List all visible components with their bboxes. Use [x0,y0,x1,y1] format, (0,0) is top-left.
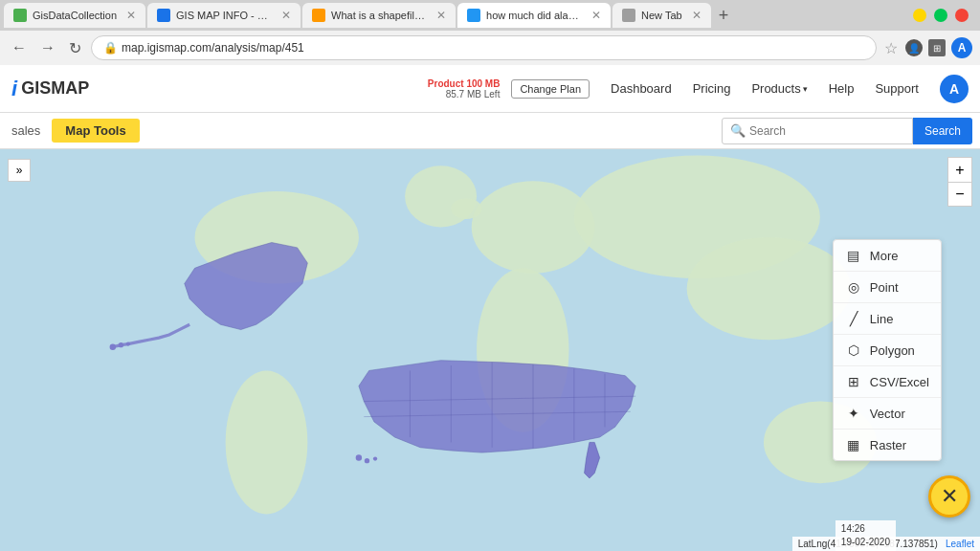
nav-products[interactable]: Products ▾ [742,76,816,101]
datetime-display: 14:26 19-02-2020 [835,520,896,551]
leaflet-attribution: Leaflet [946,539,974,549]
tab-label-5: New Tab [641,10,682,21]
tab-close-5[interactable]: ✕ [692,9,702,22]
user-icon-1[interactable]: 👤 [905,39,923,56]
nav-pricing[interactable]: Pricing [683,76,741,101]
tab-favicon-3 [312,9,325,22]
products-dropdown-arrow: ▾ [803,84,808,94]
vector-icon: ✦ [845,405,862,422]
change-plan-button[interactable]: Change Plan [511,79,590,99]
profile-avatar[interactable]: A [951,37,972,58]
tool-csv-label: CSV/Excel [870,375,929,389]
more-icon: ▤ [845,247,862,264]
new-tab-button[interactable]: + [713,6,735,26]
point-icon: ◎ [845,278,862,296]
tab-label-3: What is a shapefile?—Help | Arc... [331,10,427,21]
sales-label: sales [8,123,44,138]
maximize-button[interactable] [934,9,947,22]
tab-2[interactable]: GIS MAP INFO - Offering GIS re... ✕ [147,3,301,28]
search-box: 🔍 [722,118,913,144]
address-bar[interactable]: 🔒 map.igismap.com/analysis/map/451 [91,35,877,60]
logo-text: GISMAP [21,78,89,99]
plan-info: Product 100 MB 85.7 MB Left [428,78,501,99]
tab-5[interactable]: New Tab ✕ [612,3,711,28]
svg-point-11 [119,342,123,347]
minimize-button[interactable] [913,9,926,22]
tool-point[interactable]: ◎ Point [834,272,941,303]
raster-icon: ▦ [845,436,862,453]
refresh-button[interactable]: ↻ [65,37,85,59]
tab-4[interactable]: how much did alaska cost in too... ✕ [457,3,611,28]
tool-vector-label: Vector [870,407,905,421]
logo-i: i [11,77,17,101]
close-window-button[interactable] [955,9,969,22]
polygon-icon: ⬡ [845,342,862,359]
search-area: 🔍 Search [722,118,972,144]
logo[interactable]: i GISMAP [11,77,89,101]
tool-line[interactable]: ╱ Line [834,303,941,335]
line-icon: ╱ [845,310,862,327]
csv-icon: ⊞ [845,373,862,390]
tool-raster-label: Raster [870,438,906,452]
tool-csv[interactable]: ⊞ CSV/Excel [834,366,941,398]
close-circle-button[interactable]: ✕ [928,475,970,518]
tab-favicon-5 [622,9,635,22]
svg-point-12 [126,342,130,345]
tool-vector[interactable]: ✦ Vector [834,398,941,430]
svg-point-21 [356,454,362,460]
svg-point-4 [687,237,851,340]
search-input[interactable] [749,124,893,138]
plan-remaining: 85.7 MB Left [446,89,501,99]
forward-button[interactable]: → [36,37,59,58]
search-button[interactable]: Search [913,118,972,144]
toolbar: sales Map Tools 🔍 Search [0,113,980,149]
tab-3[interactable]: What is a shapefile?—Help | Arc... ✕ [302,3,456,28]
plan-used: Product 100 MB [428,78,501,89]
svg-point-22 [365,458,369,463]
close-icon: ✕ [941,484,958,509]
search-icon: 🔍 [730,123,746,138]
svg-point-10 [110,344,116,350]
app: i GISMAP Product 100 MB 85.7 MB Left Cha… [0,65,980,551]
app-header: i GISMAP Product 100 MB 85.7 MB Left Cha… [0,65,980,113]
tab-1[interactable]: GisDataCollection ✕ [4,3,145,28]
tab-close-1[interactable]: ✕ [126,9,136,22]
zoom-in-button[interactable]: + [947,157,972,182]
collapse-panel-button[interactable]: » [8,159,31,182]
tab-close-2[interactable]: ✕ [281,9,291,22]
star-icon[interactable]: ☆ [882,39,900,56]
window-controls [913,9,976,22]
zoom-controls: + − [947,157,972,207]
tool-more[interactable]: ▤ More [834,240,941,272]
tab-bar: GisDataCollection ✕ GIS MAP INFO - Offer… [0,0,980,31]
address-bar-row: ← → ↻ 🔒 map.igismap.com/analysis/map/451… [0,31,980,65]
tab-close-3[interactable]: ✕ [436,9,446,22]
address-text: map.igismap.com/analysis/map/451 [122,41,864,55]
nav-support[interactable]: Support [865,76,928,101]
tab-close-4[interactable]: ✕ [591,9,601,22]
drawing-tools-panel: ▤ More ◎ Point ╱ Line ⬡ Polygon ⊞ CSV/Ex… [833,239,942,461]
browser-actions: ☆ 👤 ⊞ A [882,37,972,58]
tab-favicon-2 [157,9,170,22]
svg-point-9 [451,198,481,218]
tool-line-label: Line [870,312,894,326]
map-container[interactable]: » + − ▤ More ◎ Point ╱ Line ⬡ Polygon [0,149,980,551]
tab-label-4: how much did alaska cost in too... [486,10,582,21]
tab-favicon-4 [467,9,480,22]
tool-polygon[interactable]: ⬡ Polygon [834,335,941,366]
back-button[interactable]: ← [8,37,31,58]
svg-point-5 [226,370,308,514]
tab-label-1: GisDataCollection [33,10,117,21]
app-avatar[interactable]: A [940,75,969,103]
svg-point-23 [373,456,377,460]
extension-icon[interactable]: ⊞ [928,39,946,56]
nav-help[interactable]: Help [819,76,864,101]
tab-favicon-1 [13,9,27,22]
map-tools-button[interactable]: Map Tools [52,119,139,143]
zoom-out-button[interactable]: − [947,182,972,207]
tool-more-label: More [870,249,899,263]
tool-polygon-label: Polygon [870,343,915,358]
tool-raster[interactable]: ▦ Raster [834,430,941,460]
nav-links: Dashboard Pricing Products ▾ Help Suppor… [601,76,928,101]
nav-dashboard[interactable]: Dashboard [601,76,681,101]
